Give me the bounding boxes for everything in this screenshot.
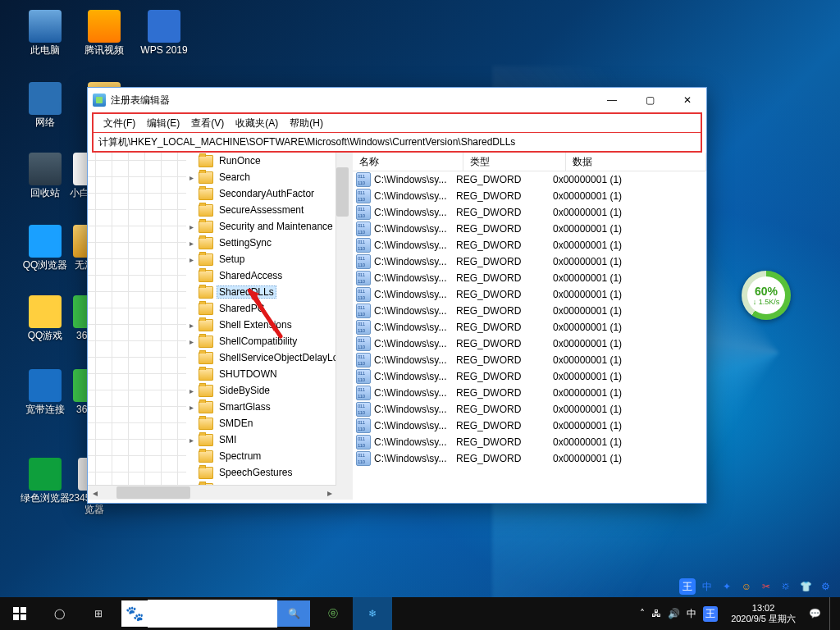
expand-icon[interactable]: [186, 468, 196, 477]
expand-icon[interactable]: ▸: [186, 386, 196, 395]
expand-icon[interactable]: [186, 451, 196, 461]
tray-wang-icon[interactable]: 王: [703, 606, 718, 622]
desktop-icon-WPS 2019[interactable]: WPS 2019: [135, 10, 193, 56]
desktop-icon-此电脑[interactable]: 此电脑: [16, 10, 74, 56]
task-view-button[interactable]: ⊞: [79, 597, 118, 630]
tray-network-icon[interactable]: 🖧: [651, 608, 661, 619]
registry-value-row[interactable]: C:\Windows\sy...REG_DWORD0x00000001 (1): [353, 418, 706, 434]
tree-node-SpeechGestures[interactable]: SpeechGestures: [88, 464, 336, 481]
tray-ime-icon[interactable]: 中: [687, 607, 696, 621]
expand-icon[interactable]: [186, 189, 196, 199]
show-desktop-button[interactable]: [829, 597, 835, 630]
tree-node-Shell Extensions[interactable]: ▸Shell Extensions: [88, 317, 336, 333]
expand-icon[interactable]: ▸: [186, 254, 196, 264]
tray-expand-icon[interactable]: ˄: [640, 608, 645, 619]
tree-node-SmartGlass[interactable]: ▸SmartGlass: [88, 399, 336, 415]
ime-chip[interactable]: ⛭: [778, 578, 794, 595]
desktop-icon-腾讯视频[interactable]: 腾讯视频: [75, 10, 133, 56]
column-header-name[interactable]: 名称: [353, 153, 463, 171]
registry-value-row[interactable]: C:\Windows\sy...REG_DWORD0x00000001 (1): [353, 237, 706, 253]
ime-toolbar[interactable]: 王中✦☺✂⛭👕⚙: [679, 578, 833, 596]
ime-chip[interactable]: ✦: [719, 578, 735, 595]
menu-help[interactable]: 帮助(H): [285, 115, 328, 132]
expand-icon[interactable]: ▸: [186, 435, 196, 445]
tree-node-Security and Maintenance[interactable]: ▸Security and Maintenance: [88, 218, 336, 235]
ime-chip[interactable]: 👕: [797, 578, 814, 595]
minimize-button[interactable]: —: [593, 88, 631, 112]
tree-vscrollbar[interactable]: [336, 153, 350, 486]
desktop-icon-网络[interactable]: 网络: [16, 82, 74, 128]
tree-node-SMI[interactable]: ▸SMI: [88, 431, 336, 448]
close-button[interactable]: ✕: [669, 88, 706, 112]
address-bar[interactable]: [94, 133, 701, 151]
ime-chip[interactable]: 中: [699, 578, 715, 595]
column-header-type[interactable]: 类型: [463, 153, 566, 171]
taskbar-app-icon[interactable]: ❄: [353, 597, 392, 630]
taskbar-search[interactable]: 🐾 🔍: [121, 600, 310, 627]
tree-node-SharedDLLs[interactable]: SharedDLLs: [88, 284, 336, 300]
expand-icon[interactable]: [186, 369, 196, 379]
cortana-button[interactable]: ◯: [39, 597, 79, 630]
registry-value-row[interactable]: C:\Windows\sy...REG_DWORD0x00000001 (1): [353, 221, 706, 237]
registry-value-row[interactable]: C:\Windows\sy...REG_DWORD0x00000001 (1): [353, 204, 706, 221]
tree-node-SecondaryAuthFactor[interactable]: SecondaryAuthFactor: [88, 185, 336, 202]
tree-hscrollbar[interactable]: ◂▸: [88, 485, 336, 500]
registry-value-row[interactable]: C:\Windows\sy...REG_DWORD0x00000001 (1): [353, 286, 706, 303]
taskbar-clock[interactable]: 13:02 2020/9/5 星期六: [726, 603, 801, 624]
ime-chip[interactable]: ✂: [758, 578, 774, 595]
registry-value-row[interactable]: C:\Windows\sy...REG_DWORD0x00000001 (1): [353, 352, 706, 368]
expand-icon[interactable]: [186, 418, 196, 428]
column-header-data[interactable]: 数据: [566, 153, 706, 171]
registry-value-row[interactable]: C:\Windows\sy...REG_DWORD0x00000001 (1): [353, 434, 706, 450]
tree-node-SharedPC[interactable]: SharedPC: [88, 300, 336, 317]
tree-node-SideBySide[interactable]: ▸SideBySide: [88, 382, 336, 399]
taskbar-edge-icon[interactable]: ⓔ: [313, 597, 353, 630]
registry-value-row[interactable]: C:\Windows\sy...REG_DWORD0x00000001 (1): [353, 401, 706, 418]
values-pane[interactable]: 名称 类型 数据 C:\Windows\sy...REG_DWORD0x0000…: [353, 153, 706, 500]
tree-node-RunOnce[interactable]: RunOnce: [88, 153, 336, 169]
expand-icon[interactable]: ▸: [186, 336, 196, 346]
start-button[interactable]: [0, 597, 39, 630]
expand-icon[interactable]: [186, 353, 196, 363]
expand-icon[interactable]: [186, 205, 196, 215]
tree-node-SettingSync[interactable]: ▸SettingSync: [88, 235, 336, 251]
menu-file[interactable]: 文件(F): [98, 115, 140, 132]
menu-view[interactable]: 查看(V): [186, 115, 229, 132]
tree-node-Setup[interactable]: ▸Setup: [88, 251, 336, 267]
expand-icon[interactable]: [186, 287, 196, 297]
tree-node-SecureAssessment[interactable]: SecureAssessment: [88, 202, 336, 218]
menu-edit[interactable]: 编辑(E): [142, 115, 185, 132]
search-submit-button[interactable]: 🔍: [277, 600, 310, 627]
registry-value-row[interactable]: C:\Windows\sy...REG_DWORD0x00000001 (1): [353, 253, 706, 270]
ime-chip[interactable]: ☺: [738, 578, 755, 595]
tree-node-Spectrum[interactable]: Spectrum: [88, 448, 336, 464]
registry-value-row[interactable]: C:\Windows\sy...REG_DWORD0x00000001 (1): [353, 303, 706, 319]
maximize-button[interactable]: ▢: [631, 88, 669, 112]
expand-icon[interactable]: [186, 156, 196, 166]
tree-node-Search[interactable]: ▸Search: [88, 169, 336, 185]
registry-value-row[interactable]: C:\Windows\sy...REG_DWORD0x00000001 (1): [353, 385, 706, 401]
registry-value-row[interactable]: C:\Windows\sy...REG_DWORD0x00000001 (1): [353, 171, 706, 188]
ime-chip[interactable]: ⚙: [817, 578, 833, 595]
tree-node-ShellServiceObjectDelayLoad[interactable]: ShellServiceObjectDelayLoad: [88, 349, 336, 366]
tree-node-SMDEn[interactable]: SMDEn: [88, 415, 336, 431]
tree-node-ShellCompatibility[interactable]: ▸ShellCompatibility: [88, 333, 336, 349]
tree-node-SharedAccess[interactable]: SharedAccess: [88, 267, 336, 284]
network-speed-gauge[interactable]: 60% ↓ 1.5K/s: [742, 271, 791, 320]
tree-pane[interactable]: RunOnce▸SearchSecondaryAuthFactorSecureA…: [88, 153, 350, 500]
search-input[interactable]: [148, 600, 277, 628]
ime-chip[interactable]: 王: [679, 578, 696, 595]
registry-value-row[interactable]: C:\Windows\sy...REG_DWORD0x00000001 (1): [353, 336, 706, 352]
action-center-icon[interactable]: 💬: [809, 608, 821, 619]
expand-icon[interactable]: ▸: [186, 320, 196, 330]
expand-icon[interactable]: [186, 304, 196, 313]
tray-volume-icon[interactable]: 🔊: [668, 608, 680, 619]
expand-icon[interactable]: ▸: [186, 402, 196, 412]
registry-value-row[interactable]: C:\Windows\sy...REG_DWORD0x00000001 (1): [353, 368, 706, 385]
expand-icon[interactable]: [186, 271, 196, 281]
expand-icon[interactable]: ▸: [186, 238, 196, 248]
registry-value-row[interactable]: C:\Windows\sy...REG_DWORD0x00000001 (1): [353, 450, 706, 467]
tree-node-SHUTDOWN[interactable]: SHUTDOWN: [88, 366, 336, 382]
menu-favorites[interactable]: 收藏夹(A): [231, 115, 283, 132]
registry-value-row[interactable]: C:\Windows\sy...REG_DWORD0x00000001 (1): [353, 188, 706, 204]
